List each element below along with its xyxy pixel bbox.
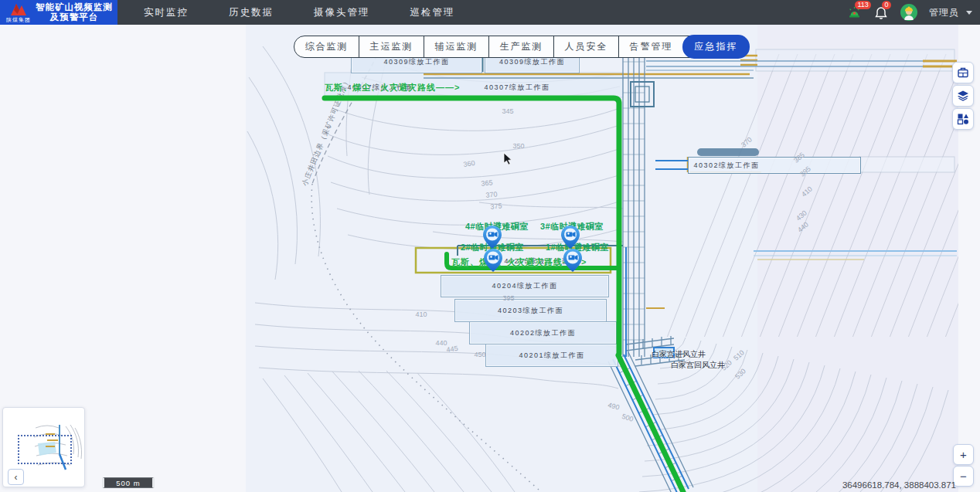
scale-label: 500 m — [116, 479, 140, 487]
map-background — [246, 25, 958, 492]
cursor-coordinates: 36496618.784, 3888403.871 — [842, 480, 956, 490]
face-label: 40201综放工作面 — [519, 351, 584, 361]
camera-pin[interactable] — [563, 249, 582, 272]
contour-label: 360 — [463, 159, 475, 168]
map-overlay-region — [757, 25, 958, 492]
face-40201[interactable]: 40201综放工作面 — [485, 344, 618, 367]
face-40203[interactable]: 40203综放工作面 — [454, 299, 607, 322]
face-label: 40204综放工作面 — [492, 281, 557, 291]
nav-item-camera-mgmt[interactable]: 摄像头管理 — [314, 6, 370, 19]
contour-label: 370 — [740, 135, 754, 148]
overview-minimap[interactable]: ‹ — [2, 407, 85, 487]
contour-label: 500 — [621, 412, 634, 423]
steel-roadways — [424, 54, 957, 492]
brand-panel: 陕煤集团 智能矿山视频监测 及预警平台 — [0, 0, 117, 25]
chevron-down-icon[interactable] — [966, 11, 972, 15]
contour-label: 370 — [485, 190, 498, 198]
notification-count-badge: 0 — [882, 1, 891, 9]
contour-label: 410 — [800, 185, 814, 198]
contour-label: 365 — [481, 178, 493, 187]
contour-label: 350 — [512, 142, 524, 150]
company-logo-icon — [9, 1, 29, 18]
face-label-40307-right: 40307综放工作面 — [484, 83, 550, 93]
face-label: 40202综放工作面 — [510, 328, 576, 338]
zoom-out-button[interactable]: − — [953, 466, 974, 487]
contour-label: 375 — [490, 202, 502, 210]
app-title: 智能矿山视频监测 及预警平台 — [34, 2, 117, 22]
header-right-cluster: 113 0 管理员 — [846, 4, 980, 21]
face-40202[interactable]: 40202综放工作面 — [469, 321, 617, 344]
face-label: 40309综放工作面 — [499, 57, 565, 67]
print-tool-button[interactable] — [952, 62, 974, 83]
minimap-viewport-box[interactable] — [18, 435, 72, 464]
face-label: 40203综放工作面 — [498, 306, 563, 316]
contour-label: 490 — [607, 401, 620, 412]
app-title-line2: 及预警平台 — [34, 12, 114, 22]
tab-aux-transport-monitor[interactable]: 辅运监测 — [424, 36, 488, 57]
mouse-cursor — [504, 153, 512, 165]
faded-face-extension — [859, 157, 954, 172]
nav-item-inspection-mgmt[interactable]: 巡检管理 — [410, 6, 455, 19]
app-title-line1: 智能矿山视频监测 — [34, 2, 114, 12]
face-label: 40309综放工作面 — [383, 57, 449, 67]
printer-icon — [957, 66, 969, 79]
zoom-in-button[interactable]: + — [953, 444, 974, 465]
contour-label: 395 — [502, 294, 514, 302]
user-avatar[interactable] — [900, 4, 917, 21]
app-window: 40309综放工作面 40309综放工作面 40204综放工作面 40203综放… — [0, 0, 980, 492]
camera-pin[interactable] — [484, 249, 502, 272]
main-nav: 实时监控 历史数据 摄像头管理 巡检管理 — [144, 6, 455, 19]
tab-production-monitor[interactable]: 生产监测 — [488, 36, 553, 57]
tan-roadways — [424, 56, 957, 308]
tab-main-transport-monitor[interactable]: 主运监测 — [359, 36, 424, 57]
camera-pin[interactable] — [561, 226, 580, 249]
miner-avatar-icon — [900, 4, 917, 21]
contour-label: 440 — [796, 220, 810, 233]
tab-personnel-safety[interactable]: 人员安全 — [553, 36, 618, 57]
nav-item-realtime[interactable]: 实时监控 — [144, 6, 189, 19]
shaft-label-return: 白家宫回风立井 — [671, 360, 725, 371]
top-header-bar: 陕煤集团 智能矿山视频监测 及预警平台 实时监控 历史数据 摄像头管理 巡检管理… — [0, 0, 980, 25]
contour-label: 530 — [733, 367, 747, 380]
escape-route-label-top: 瓦斯、煤尘、火灾避灾路线——> — [325, 82, 460, 93]
contour-lines-bottom-right — [618, 338, 948, 492]
notification-button[interactable]: 0 — [873, 5, 889, 20]
contour-label: 410 — [415, 310, 427, 318]
minimap-collapse-button[interactable]: ‹ — [8, 469, 24, 485]
map-scale-bar: 500 m — [102, 477, 155, 488]
belt-structure — [697, 148, 759, 156]
contour-label: 430 — [795, 209, 808, 222]
nav-item-history[interactable]: 历史数据 — [229, 6, 274, 19]
user-name[interactable]: 管理员 — [929, 6, 959, 19]
face-label-40302: 40302综放工作面 — [693, 161, 759, 171]
tab-alarm-management[interactable]: 告警管理 — [618, 36, 683, 57]
contour-label: 445 — [446, 344, 458, 354]
monitor-tab-bar: 综合监测 主运监测 辅运监测 生产监测 人员安全 告警管理 应急指挥 — [294, 36, 749, 58]
contour-lines-right — [665, 54, 980, 344]
bright-blue-roadways — [613, 161, 689, 492]
faded-face-band — [756, 49, 954, 71]
tab-comprehensive-monitor[interactable]: 综合监测 — [294, 36, 359, 57]
layers-tool-button[interactable] — [952, 85, 974, 107]
legend-shapes-icon — [957, 113, 969, 125]
alarm-button[interactable]: 113 — [846, 5, 862, 20]
legend-tool-button[interactable] — [952, 108, 974, 130]
company-group-name: 陕煤集团 — [6, 16, 31, 24]
contour-label: 450 — [474, 351, 485, 358]
contour-label: 510 — [732, 348, 746, 361]
face-40204[interactable]: 40204综放工作面 — [441, 275, 609, 297]
contour-label: 345 — [502, 107, 513, 115]
alarm-count-badge: 113 — [855, 1, 871, 9]
layers-icon — [957, 90, 969, 102]
camera-pin[interactable] — [483, 226, 502, 249]
shaft-label-intake: 白家宫进风立井 — [652, 349, 706, 360]
tab-emergency-command[interactable]: 应急指挥 — [683, 36, 749, 58]
